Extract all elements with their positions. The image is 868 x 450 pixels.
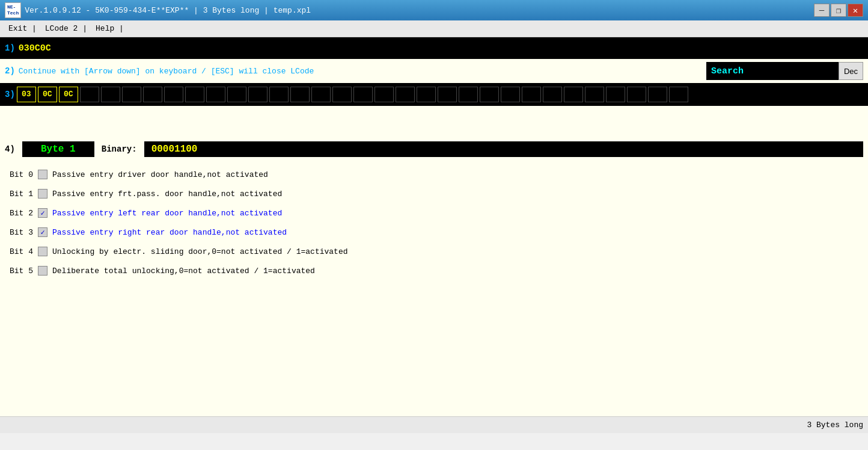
hex-cell-30[interactable] — [648, 87, 667, 102]
hex-cell-8[interactable] — [185, 87, 204, 102]
hex-cell-20[interactable] — [438, 87, 457, 102]
bit-row-5: Bit 5 Deliberate total unlocking,0=not a… — [0, 261, 868, 280]
bits-list: Bit 0 Passive entry driver door handle,n… — [0, 162, 868, 283]
hex-cell-19[interactable] — [417, 87, 436, 102]
row2-label: 2) — [5, 66, 15, 76]
hex-cell-16[interactable] — [353, 87, 373, 102]
hex-cell-25[interactable] — [543, 87, 562, 102]
restore-button[interactable]: ❐ — [831, 4, 846, 17]
bit-desc-1: Passive entry frt.pass. door handle,not … — [52, 190, 282, 199]
hex-cell-21[interactable] — [459, 87, 478, 102]
dec-button[interactable]: Dec — [839, 62, 863, 80]
bit-num-0: Bit 0 — [10, 170, 33, 179]
bit-checkbox-4[interactable] — [38, 247, 47, 256]
hex-cell-24[interactable] — [522, 87, 541, 102]
status-text: 3 Bytes long — [807, 421, 863, 430]
hex-cell-12[interactable] — [269, 87, 289, 102]
title-bar: NE- Tech Ver.1.0.9.12 - 5K0-959-434-E**E… — [0, 0, 868, 20]
row4-header: 4) Byte 1 Binary: 00001100 — [0, 136, 868, 162]
bit-checkbox-2[interactable]: ✓ — [38, 208, 47, 218]
binary-value: 00001100 — [144, 141, 863, 157]
bit-row-1: Bit 1 Passive entry frt.pass. door handl… — [0, 184, 868, 203]
row2-right: Dec — [706, 62, 863, 80]
binary-label: Binary: — [102, 144, 137, 154]
byte-label: Byte 1 — [22, 141, 94, 157]
hex-cell-27[interactable] — [585, 87, 604, 102]
bit-num-1: Bit 1 — [10, 190, 33, 199]
menu-bar: Exit | LCode 2 | Help | — [0, 20, 868, 37]
hex-cell-13[interactable] — [290, 87, 310, 102]
hex-cell-17[interactable] — [374, 87, 394, 102]
bit-num-5: Bit 5 — [10, 267, 33, 276]
hex-cell-1[interactable]: 0C — [38, 87, 57, 102]
hex-cell-18[interactable] — [396, 87, 415, 102]
hex-cell-2[interactable]: 0C — [59, 87, 78, 102]
row3-label: 3) — [5, 90, 15, 99]
minimize-button[interactable]: — — [814, 4, 830, 17]
spacer — [0, 106, 868, 136]
hex-cell-9[interactable] — [206, 87, 225, 102]
row2: 2) Continue with [Arrow down] on keyboar… — [0, 59, 868, 83]
bit-row-0: Bit 0 Passive entry driver door handle,n… — [0, 165, 868, 184]
menu-exit[interactable]: Exit | — [5, 23, 40, 34]
hex-cell-11[interactable] — [248, 87, 267, 102]
title-text: Ver.1.0.9.12 - 5K0-959-434-E**EXP** | 3 … — [25, 6, 311, 15]
search-input[interactable] — [706, 62, 839, 80]
hex-cell-0[interactable]: 03 — [17, 87, 36, 102]
bit-num-2: Bit 2 — [10, 209, 33, 218]
bit-checkbox-5[interactable] — [38, 266, 47, 276]
row2-content: 2) Continue with [Arrow down] on keyboar… — [5, 66, 314, 76]
bit-checkbox-3[interactable]: ✓ — [38, 227, 47, 237]
hex-cell-10[interactable] — [227, 87, 246, 102]
main-content: 1) 2) Continue with [Arrow down] on keyb… — [0, 37, 868, 433]
menu-help[interactable]: Help | — [92, 23, 127, 34]
row2-instruction: Continue with [Arrow down] on keyboard /… — [19, 67, 314, 76]
bit-row-4: Bit 4 Unlocking by electr. sliding door,… — [0, 242, 868, 261]
bit-desc-0: Passive entry driver door handle,not act… — [52, 170, 268, 179]
checkmark-3: ✓ — [40, 228, 44, 237]
hex-cell-3[interactable] — [80, 87, 99, 102]
bit-num-3: Bit 3 — [10, 228, 33, 237]
hex-cell-26[interactable] — [564, 87, 583, 102]
hex-input[interactable] — [19, 43, 863, 54]
bit-num-4: Bit 4 — [10, 247, 33, 256]
title-bar-left: NE- Tech Ver.1.0.9.12 - 5K0-959-434-E**E… — [5, 2, 311, 17]
hex-cell-22[interactable] — [480, 87, 499, 102]
row4-label: 4) — [5, 144, 15, 154]
row1: 1) — [0, 37, 868, 59]
status-bar: 3 Bytes long — [0, 416, 868, 433]
hex-cell-15[interactable] — [332, 87, 352, 102]
hex-cell-7[interactable] — [164, 87, 183, 102]
bit-checkbox-1[interactable] — [38, 189, 47, 199]
hex-cell-14[interactable] — [311, 87, 331, 102]
bit-checkbox-0[interactable] — [38, 170, 47, 179]
close-button[interactable]: ✕ — [848, 4, 863, 17]
hex-cell-28[interactable] — [606, 87, 625, 102]
bit-desc-3: Passive entry right rear door handle,not… — [52, 228, 287, 237]
hex-cell-29[interactable] — [627, 87, 646, 102]
hex-cell-6[interactable] — [143, 87, 162, 102]
title-controls: — ❐ ✕ — [814, 4, 863, 17]
menu-lcode2[interactable]: LCode 2 | — [41, 23, 91, 34]
bit-desc-2: Passive entry left rear door handle,not … — [52, 209, 282, 218]
hex-cell-23[interactable] — [501, 87, 520, 102]
row1-label: 1) — [5, 43, 15, 53]
bit-row-2: Bit 2 ✓ Passive entry left rear door han… — [0, 203, 868, 223]
bit-desc-5: Deliberate total unlocking,0=not activat… — [52, 267, 315, 276]
app-logo: NE- Tech — [5, 2, 21, 17]
hex-cell-31[interactable] — [669, 87, 688, 102]
checkmark-2: ✓ — [40, 209, 44, 218]
row3: 3) 03 0C 0C — [0, 83, 868, 106]
bit-desc-4: Unlocking by electr. sliding door,0=not … — [52, 247, 347, 256]
bit-row-3: Bit 3 ✓ Passive entry right rear door ha… — [0, 223, 868, 242]
hex-cell-5[interactable] — [122, 87, 141, 102]
hex-cell-4[interactable] — [101, 87, 120, 102]
